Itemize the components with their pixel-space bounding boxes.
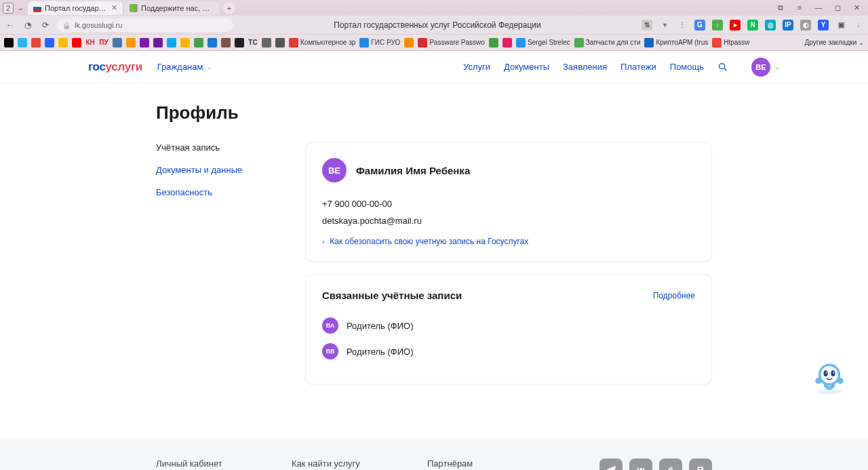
menu-icon[interactable]: ≡ [795,3,804,12]
nav-help[interactable]: Помощь [670,62,704,72]
footer-link-partners[interactable]: Партнёрам [427,458,563,469]
url-input[interactable]: lk.gosuslugi.ru [57,18,233,32]
footer-link-cabinet[interactable]: Личный кабинет [156,458,292,469]
bookmark-item[interactable] [4,38,14,47]
svg-point-2 [817,389,842,394]
linked-accounts-card: Связанные учётные записи Подробнее ВА Ро… [305,274,712,385]
chatbot-button[interactable] [811,359,848,395]
social-telegram-icon[interactable] [599,458,623,470]
site-header: госуслуги Гражданам⌄ Услуги Документы За… [0,51,868,83]
site-logo[interactable]: госуслуги [88,60,142,74]
bookmark-item[interactable] [235,38,244,47]
downloads-icon[interactable]: ↓ [853,20,864,31]
bookmark-item[interactable] [153,38,163,47]
bookmark-item[interactable] [31,38,41,47]
bookmark-item[interactable]: КриптоАРМ (trus [644,38,708,47]
linked-account-row[interactable]: ВВ Родитель (ФИО) [322,343,695,359]
ext-youtube-icon[interactable]: ▸ [730,20,741,31]
bookmark-item[interactable] [404,38,414,47]
bookmark-item[interactable] [58,38,68,47]
bookmark-item[interactable]: Sergei Strelec [516,38,570,47]
site-footer: Личный кабинет Регистрация Как найти усл… [0,439,868,470]
nav-payments[interactable]: Платежи [620,62,656,72]
ext-translate-icon[interactable]: G [694,20,705,31]
shield-icon[interactable]: ◔ [22,20,34,30]
nav-services[interactable]: Услуги [463,62,490,72]
bookmark-item[interactable] [113,38,122,47]
sidenav-security[interactable]: Безопасность [156,187,278,197]
sidebar-icon[interactable]: ▣ [835,20,846,31]
main-nav: Услуги Документы Заявления Платежи Помощ… [463,58,780,77]
back-button[interactable]: ← [4,20,16,30]
nav-documents[interactable]: Документы [504,62,549,72]
profile-name: Фамилия Имя Ребенка [356,165,470,176]
sidenav-account[interactable]: Учётная запись [156,142,278,153]
user-menu[interactable]: ВЕ ⌄ [751,58,780,77]
addr-right-icons: ⇅ ▾ ⋮ G ↓ ▸ N ◎ IP ◐ Y ▣ ↓ [642,20,864,31]
pip-icon[interactable]: ⧉ [776,3,785,12]
bookmark-item[interactable]: Компьютерное зр [289,38,355,47]
social-ok-icon[interactable]: ୫ [659,458,682,470]
bookmark-item[interactable] [18,38,27,47]
svg-point-8 [833,372,834,373]
nav-applications[interactable]: Заявления [563,62,607,72]
new-tab-button[interactable]: + [223,2,235,14]
address-bar: ← ◔ ⟳ lk.gosuslugi.ru Портал государстве… [0,16,868,35]
more-icon[interactable]: ⋮ [677,20,688,31]
bookmark-item[interactable] [72,38,81,47]
linked-account-row[interactable]: ВА Родитель (ФИО) [322,317,695,334]
favicon [130,4,138,12]
social-rutube-icon[interactable]: R [689,458,712,470]
ext-teal-icon[interactable]: ◎ [765,20,776,31]
linked-more-link[interactable]: Подробнее [653,291,695,300]
ext-ip-icon[interactable]: IP [783,20,793,31]
bookmark-item[interactable] [221,38,231,47]
bookmark-item[interactable]: Htpassw [712,38,749,47]
audience-selector[interactable]: Гражданам⌄ [157,62,212,72]
bookmark-item[interactable] [208,38,217,47]
minimize-icon[interactable]: — [814,3,823,12]
chevron-down-icon: ⌄ [206,63,212,71]
profile-card: ВЕ Фамилия Имя Ребенка +7 900 000-00-00 … [305,142,712,262]
avatar: ВЕ [322,158,347,182]
bookmark-item[interactable]: ПУ [99,38,108,47]
bookmark-item[interactable]: ТС [248,38,258,47]
bookmark-item[interactable] [45,38,54,47]
bookmark-item[interactable]: КН [85,38,95,47]
browser-tab[interactable]: Поддержите нас, офор [124,1,219,15]
bookmark-item[interactable] [126,38,136,47]
bookmark-item[interactable] [180,38,190,47]
bookmark-item[interactable] [140,38,149,47]
ext-grey-icon[interactable]: ◐ [800,20,811,31]
bookmark-item[interactable]: ГИС РУО [359,38,400,47]
bookmark-item[interactable] [275,38,285,47]
search-icon[interactable] [717,62,728,73]
bookmark-item[interactable] [502,38,512,47]
maximize-icon[interactable]: ◻ [833,3,842,12]
close-tab-icon[interactable]: ✕ [111,3,117,12]
reload-button[interactable]: ⟳ [39,20,52,30]
tab-list-dropdown[interactable]: ⌄ [18,3,24,12]
svg-point-7 [826,372,827,373]
translate-icon[interactable]: ⇅ [642,20,652,31]
bookmark-item[interactable] [262,38,271,47]
bookmark-item[interactable]: Запчасти для сти [574,38,641,47]
bookmark-item[interactable] [167,38,176,47]
bookmark-item[interactable] [489,38,498,47]
tab-counter[interactable]: 2 [3,3,14,14]
svg-point-6 [831,370,835,376]
tab-title: Портал государственн [45,4,108,12]
bookmark-item[interactable] [194,38,203,47]
browser-tab-active[interactable]: Портал государственн ✕ [28,1,123,15]
secure-account-link[interactable]: Как обезопасить свою учетную запись на Г… [330,237,528,246]
other-bookmarks[interactable]: Другие закладки ⌄ [805,39,864,46]
social-vk-icon[interactable]: w [629,458,652,470]
close-window-icon[interactable]: ✕ [852,3,861,12]
bookmark-item[interactable]: Passware Passwo [418,38,485,47]
bookmark-icon[interactable]: ▾ [659,20,670,31]
footer-link-find[interactable]: Как найти услугу [292,458,427,469]
ext-y-icon[interactable]: Y [818,20,829,31]
sidenav-documents[interactable]: Документы и данные [156,165,278,175]
ext-n-icon[interactable]: N [747,20,758,31]
ext-download-icon[interactable]: ↓ [712,20,723,31]
